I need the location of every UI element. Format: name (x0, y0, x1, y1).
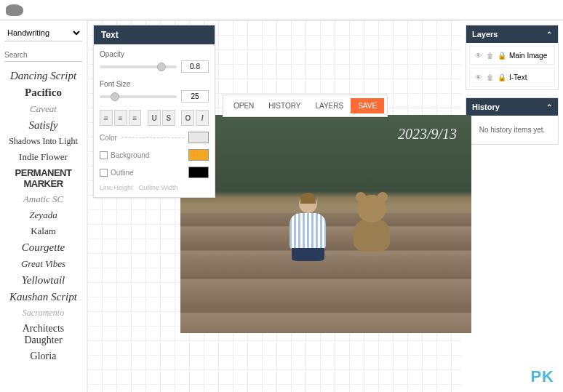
layer-item[interactable]: 👁 🗑 🔒 I-Text (469, 68, 555, 87)
text-panel: Text Opacity Font Size (93, 25, 215, 198)
outline-label: Outline (111, 169, 134, 177)
font-item[interactable]: Kaushan Script (4, 289, 82, 305)
font-item[interactable]: Sacramento (4, 305, 82, 321)
font-list: Dancing Script Pacifico Caveat Satisfy S… (4, 68, 82, 388)
history-button[interactable]: HISTORY (261, 98, 308, 113)
font-item[interactable]: Amatic SC (4, 191, 82, 207)
font-item[interactable]: Shadows Into Light (4, 134, 82, 149)
trash-icon[interactable]: 🗑 (486, 51, 495, 60)
outline-swatch[interactable] (188, 167, 209, 178)
font-item[interactable]: Gloria (4, 348, 82, 364)
open-button[interactable]: OPEN (226, 98, 261, 113)
layers-title: Layers (472, 30, 498, 39)
font-item[interactable]: Indie Flower (4, 149, 82, 165)
lineheight-label: Line Height (100, 184, 133, 191)
font-item[interactable]: Zeyada (4, 207, 82, 223)
save-button[interactable]: SAVE (351, 98, 384, 113)
history-panel: History ⌃ No history items yet. (466, 97, 559, 145)
outline-checkbox[interactable] (100, 169, 108, 177)
font-item[interactable]: Courgette (4, 239, 82, 256)
font-item[interactable]: Permanent Marker (4, 165, 82, 191)
background-checkbox[interactable] (100, 151, 108, 159)
eye-icon[interactable]: 👁 (474, 51, 483, 60)
background-label: Background (111, 151, 149, 159)
overline-button[interactable]: O (181, 110, 194, 126)
font-item[interactable]: Yellowtail (4, 272, 82, 289)
align-left-button[interactable]: ≡ (100, 110, 113, 126)
italic-button[interactable]: I (196, 110, 209, 126)
font-item[interactable]: Great Vibes (4, 256, 82, 272)
strikethrough-button[interactable]: S (162, 110, 175, 126)
collapse-icon[interactable]: ⌃ (546, 31, 552, 39)
align-right-button[interactable]: ≡ (129, 110, 142, 126)
font-search-input[interactable] (4, 49, 82, 62)
collapse-icon[interactable]: ⌃ (546, 103, 552, 111)
main-toolbar: OPEN HISTORY LAYERS SAVE (223, 95, 388, 117)
fontsize-label: Font Size (100, 80, 209, 88)
eye-icon[interactable]: 👁 (474, 73, 483, 81)
font-item[interactable]: Dancing Script (4, 68, 82, 84)
layer-item[interactable]: 👁 🗑 🔒 Main Image (469, 46, 555, 65)
opacity-input[interactable] (181, 60, 209, 73)
layer-label: I-Text (509, 73, 527, 81)
font-item[interactable]: Caveat (4, 101, 82, 117)
color-label: Color (100, 134, 117, 142)
history-empty-text: No history items yet. (466, 116, 558, 144)
lock-icon[interactable]: 🔒 (498, 73, 506, 81)
app-logo (6, 4, 23, 16)
outlinewidth-label: Outline Width (139, 184, 178, 191)
layers-panel: Layers ⌃ 👁 🗑 🔒 Main Image 👁 🗑 🔒 I-Text (466, 25, 559, 90)
fontsize-slider[interactable] (100, 95, 177, 98)
lock-icon[interactable]: 🔒 (498, 51, 506, 60)
align-center-button[interactable]: ≡ (114, 110, 127, 126)
opacity-label: Opacity (100, 50, 209, 58)
canvas-image[interactable]: 2023/9/13 (180, 115, 471, 333)
opacity-slider[interactable] (100, 65, 177, 68)
watermark: PK (530, 367, 554, 386)
font-item[interactable]: Satisfy (4, 117, 82, 134)
layer-label: Main Image (509, 52, 547, 60)
background-swatch[interactable] (188, 149, 209, 161)
underline-button[interactable]: U (148, 110, 161, 126)
font-item[interactable]: Pacifico (4, 84, 82, 101)
color-swatch[interactable] (188, 132, 209, 143)
history-title: History (472, 103, 500, 111)
font-item[interactable]: Architects Daughter (4, 321, 82, 348)
canvas-text-overlay[interactable]: 2023/9/13 (398, 126, 457, 143)
font-category-select[interactable]: Handwriting (4, 25, 82, 41)
canvas-area[interactable]: Text Opacity Font Size (87, 20, 461, 392)
layers-button[interactable]: LAYERS (308, 98, 351, 113)
font-sidebar: Handwriting Dancing Script Pacifico Cave… (0, 20, 87, 392)
font-item[interactable]: Kalam (4, 223, 82, 239)
trash-icon[interactable]: 🗑 (486, 73, 495, 81)
text-panel-title: Text (94, 25, 215, 44)
fontsize-input[interactable] (181, 90, 209, 103)
